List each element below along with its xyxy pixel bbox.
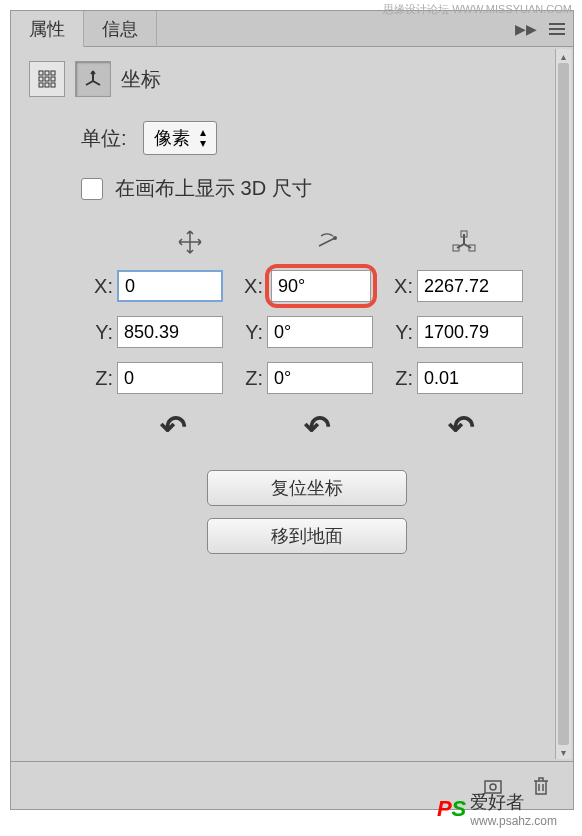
highlight-box [265,264,377,308]
watermark-text: 爱好者 [470,790,557,814]
unit-label: 单位: [81,125,127,152]
watermark-bottom: PS 爱好者 www.psahz.com [437,790,557,828]
reset-rotation-icon[interactable]: ↶ [304,408,331,446]
coordinates-icon[interactable] [75,61,111,97]
rot-y-label: Y: [231,321,267,344]
coord-row-z: Z: Z: Z: [81,362,533,394]
watermark-url: www.psahz.com [470,814,557,828]
reset-scale-icon[interactable]: ↶ [448,408,475,446]
scrollbar-thumb[interactable] [558,63,569,745]
select-arrow-icon: ▴▾ [200,127,206,149]
move-icon [121,228,258,256]
icon-row: 坐标 [11,47,573,111]
tab-properties[interactable]: 属性 [11,11,84,47]
rot-y-input[interactable] [267,316,373,348]
scale-z-label: Z: [381,367,417,390]
content-area: 单位: 像素 ▴▾ 在画布上显示 3D 尺寸 [11,111,573,761]
svg-rect-1 [45,71,49,75]
rot-x-input[interactable] [271,270,371,302]
collapse-icon[interactable]: ▶▶ [515,21,537,37]
scale-x-input[interactable] [417,270,523,302]
properties-panel: 属性 信息 ▶▶ [10,10,574,810]
rot-x-label: X: [231,275,267,298]
scrollbar-down-arrow[interactable]: ▾ [556,745,571,759]
scrollbar-up-arrow[interactable]: ▴ [556,49,571,63]
tabs-icons: ▶▶ [515,21,573,37]
scale-y-input[interactable] [417,316,523,348]
svg-rect-3 [39,77,43,81]
unit-value: 像素 [154,126,190,150]
watermark-top: 思缘设计论坛 WWW.MISSYUAN.COM [383,2,572,17]
reset-row: ↶ ↶ ↶ [81,408,533,446]
section-title: 坐标 [121,66,161,93]
rotate-icon [258,228,395,256]
svg-rect-4 [45,77,49,81]
panel-menu-icon[interactable] [549,23,565,35]
checkbox-label: 在画布上显示 3D 尺寸 [115,175,312,202]
pos-x-input[interactable] [117,270,223,302]
unit-row: 单位: 像素 ▴▾ [81,121,533,155]
reset-position-icon[interactable]: ↶ [160,408,187,446]
move-to-ground-button[interactable]: 移到地面 [207,518,407,554]
ps-logo: PS [437,796,466,822]
button-row-1: 复位坐标 [81,470,533,506]
pos-y-label: Y: [81,321,117,344]
svg-rect-5 [51,77,55,81]
coord-row-x: X: X: X: [81,270,533,302]
unit-select[interactable]: 像素 ▴▾ [143,121,217,155]
tab-info[interactable]: 信息 [84,11,157,47]
svg-rect-6 [39,83,43,87]
pos-x-label: X: [81,275,117,298]
grid-icon[interactable] [29,61,65,97]
svg-rect-7 [45,83,49,87]
button-row-2: 移到地面 [81,518,533,554]
rot-z-input[interactable] [267,362,373,394]
pos-z-label: Z: [81,367,117,390]
pos-z-input[interactable] [117,362,223,394]
scale-y-label: Y: [381,321,417,344]
svg-point-14 [490,784,496,790]
coord-row-y: Y: Y: Y: [81,316,533,348]
scale-icon [396,228,533,256]
checkbox-row: 在画布上显示 3D 尺寸 [81,175,533,202]
coord-header [81,228,533,256]
svg-point-9 [333,236,337,240]
scale-z-input[interactable] [417,362,523,394]
show-3d-checkbox[interactable] [81,178,103,200]
pos-y-input[interactable] [117,316,223,348]
svg-rect-0 [39,71,43,75]
svg-rect-2 [51,71,55,75]
scrollbar[interactable]: ▴ ▾ [555,49,571,759]
reset-coords-button[interactable]: 复位坐标 [207,470,407,506]
svg-rect-8 [51,83,55,87]
rot-z-label: Z: [231,367,267,390]
scale-x-label: X: [381,275,417,298]
